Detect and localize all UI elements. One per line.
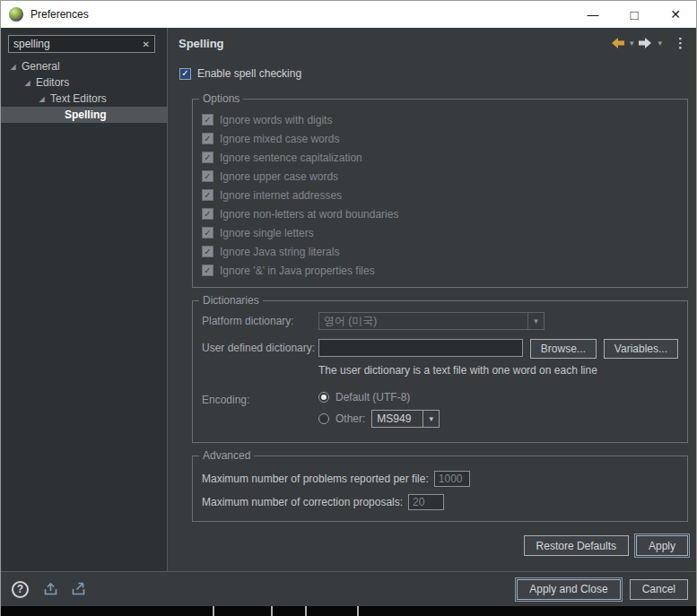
close-button[interactable]: ✕ [655,1,696,28]
advanced-group: Advanced Maximum number of problems repo… [192,455,688,522]
tree-item-label: Text Editors [50,92,107,105]
tree-item-editors[interactable]: ◢ Editors [1,74,167,91]
user-dictionary-input[interactable] [318,339,523,357]
encoding-other-combo[interactable]: MS949 ▾ [371,410,440,428]
encoding-other-label: Other: [335,412,365,425]
eclipse-app-icon [9,7,23,22]
options-group-title: Options [199,92,243,105]
option-label: Ignore non-letters at word boundaries [220,208,398,221]
encoding-default-label: Default (UTF-8) [335,391,410,403]
platform-dictionary-combo[interactable]: 영어 (미국) ▾ [318,312,545,330]
encoding-row: Encoding: Default (UTF-8) Other: MS949 [202,391,678,428]
dictionaries-group-title: Dictionaries [199,294,263,307]
option-ignore-sentence-capitalization[interactable]: ✓ Ignore sentence capitalization [202,148,678,167]
max-problems-field[interactable]: 1000 [434,471,470,487]
checkbox-icon[interactable]: ✓ [202,246,213,257]
variables-button[interactable]: Variables... [604,339,678,359]
close-icon: ✕ [670,7,681,22]
option-ignore-internet-addresses[interactable]: ✓ Ignore internet addresses [202,186,678,204]
checkbox-icon[interactable]: ✓ [202,170,213,182]
option-ignore-digits[interactable]: ✓ Ignore words with digits [202,110,678,129]
import-preferences-icon[interactable] [71,582,88,596]
enable-spell-checking-label: Enable spell checking [197,67,301,80]
encoding-default-option[interactable]: Default (UTF-8) [318,391,440,403]
radio-unselected-icon[interactable] [318,413,329,424]
radio-selected-icon[interactable] [318,392,329,403]
cancel-button[interactable]: Cancel [630,579,688,600]
option-ignore-ampersand-properties[interactable]: ✓ Ignore '&' in Java properties files [202,261,678,280]
page-header: Spelling ▾ ▾ ⋮ [168,28,696,58]
max-proposals-label: Maximum number of correction proposals: [202,496,403,508]
twisty-expanded-icon[interactable]: ◢ [22,79,32,87]
encoding-other-value: MS949 [372,412,423,425]
dictionaries-group: Dictionaries Platform dictionary: 영어 (미국… [192,300,688,443]
option-label: Ignore mixed case words [220,133,339,145]
option-label: Ignore words with digits [220,114,332,126]
encoding-label: Encoding: [202,391,318,406]
search-input[interactable] [13,38,139,50]
maximize-button[interactable]: □ [614,1,655,28]
checkbox-icon[interactable]: ✓ [202,227,213,239]
taskbar-tick [305,606,307,616]
filter-search-box[interactable]: ✕ [8,35,155,53]
option-ignore-mixed-case[interactable]: ✓ Ignore mixed case words [202,129,678,148]
tree-item-label: Editors [36,76,69,89]
minimize-icon: — [588,8,599,22]
apply-button[interactable]: Apply [636,535,688,556]
chevron-down-icon[interactable]: ▾ [527,313,544,329]
checkbox-icon[interactable]: ✓ [202,189,213,201]
max-proposals-field[interactable]: 20 [408,494,444,510]
tree-item-general[interactable]: ◢ General [1,58,167,74]
checkbox-icon[interactable]: ✓ [202,133,213,144]
clear-search-icon[interactable]: ✕ [143,39,150,49]
app-body: ✕ ◢ General ◢ Editors ◢ Text Editors Spe… [1,28,696,571]
back-arrow-icon[interactable] [610,37,625,49]
option-label: Ignore Java string literals [220,246,339,258]
option-ignore-upper-case[interactable]: ✓ Ignore upper case words [202,167,678,186]
browse-button[interactable]: Browse... [530,339,597,359]
sidebar: ✕ ◢ General ◢ Editors ◢ Text Editors Spe… [1,28,168,571]
option-label: Ignore upper case words [220,170,338,183]
option-label: Ignore '&' in Java properties files [220,265,375,277]
spelling-page-content: ✓ Enable spell checking Options ✓ Ignore… [168,58,696,571]
export-preferences-icon[interactable] [43,582,60,596]
twisty-expanded-icon[interactable]: ◢ [37,95,47,103]
page-title: Spelling [179,37,224,50]
checkbox-icon[interactable]: ✓ [202,208,213,220]
option-label: Ignore sentence capitalization [220,152,362,164]
tree-item-spelling[interactable]: Spelling [1,107,167,123]
option-ignore-single-letters[interactable]: ✓ Ignore single letters [202,223,678,242]
help-icon[interactable]: ? [12,581,29,598]
tree-item-text-editors[interactable]: ◢ Text Editors [1,91,167,107]
forward-arrow-icon[interactable] [638,37,653,49]
max-problems-row: Maximum number of problems reported per … [202,467,678,490]
maximize-icon: □ [630,7,638,22]
main-panel: Spelling ▾ ▾ ⋮ ✓ Enable spell checkin [168,28,696,571]
chevron-down-icon[interactable]: ▾ [423,411,439,427]
checkbox-icon[interactable]: ✓ [202,265,213,276]
footer-buttons: Apply and Close Cancel [517,579,688,600]
enable-spell-checking-row[interactable]: ✓ Enable spell checking [179,65,688,82]
view-menu-icon[interactable]: ⋮ [674,35,687,51]
restore-defaults-button[interactable]: Restore Defaults [524,535,629,556]
option-ignore-non-letters[interactable]: ✓ Ignore non-letters at word boundaries [202,204,678,223]
encoding-options: Default (UTF-8) Other: MS949 ▾ [318,391,440,428]
tree-item-label: Spelling [65,108,107,121]
enable-spell-checking-checkbox[interactable]: ✓ [179,68,191,80]
window-controls: — □ ✕ [572,1,696,28]
max-proposals-row: Maximum number of correction proposals: … [202,490,678,514]
minimize-button[interactable]: — [572,1,614,28]
forward-history-chevron-icon[interactable]: ▾ [658,39,662,48]
checkbox-icon[interactable]: ✓ [202,152,213,163]
tree-item-label: General [22,60,60,73]
encoding-other-option[interactable]: Other: MS949 ▾ [318,410,440,428]
user-dictionary-row: User defined dictionary: Browse... Varia… [202,339,678,359]
twisty-expanded-icon[interactable]: ◢ [8,63,18,71]
user-dictionary-label: User defined dictionary: [202,339,318,354]
back-history-chevron-icon[interactable]: ▾ [630,39,634,48]
max-problems-label: Maximum number of problems reported per … [202,473,429,485]
option-ignore-java-string-literals[interactable]: ✓ Ignore Java string literals [202,242,678,261]
footer-icons [43,582,88,596]
apply-and-close-button[interactable]: Apply and Close [517,579,620,600]
checkbox-icon[interactable]: ✓ [202,114,213,126]
